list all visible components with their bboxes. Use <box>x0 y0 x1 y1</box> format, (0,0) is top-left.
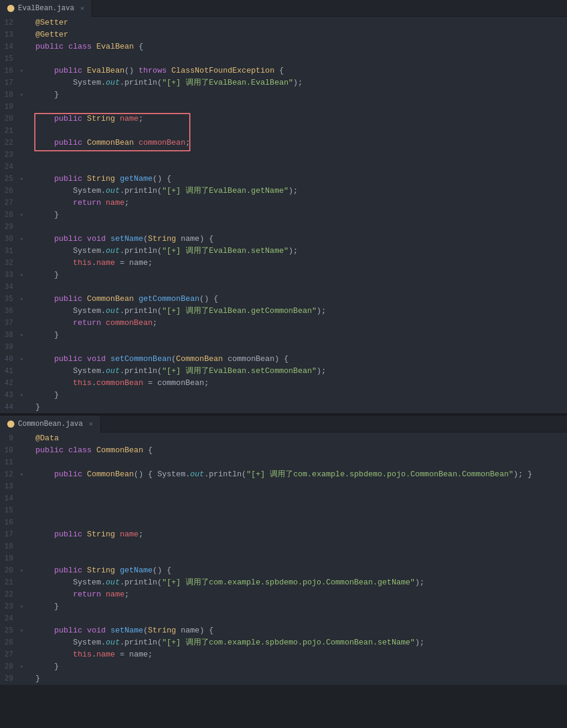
code-line: System.out.println("[+] 调用了EvalBean.setN… <box>33 245 567 257</box>
tab-label-commonbean: CommonBean.java <box>18 420 83 428</box>
fold-icon[interactable]: ▾ <box>17 392 26 399</box>
line-number: 39 <box>0 343 17 351</box>
fold-icon[interactable]: ▾ <box>17 663 26 670</box>
fold-icon[interactable]: ▾ <box>17 271 26 279</box>
tab-evalbean[interactable]: EvalBean.java ✕ <box>0 0 92 17</box>
line-number: 15 <box>0 55 17 63</box>
code-line <box>33 341 567 353</box>
gutter-row: 21 <box>0 577 33 589</box>
gutter-row: 27 <box>0 649 33 661</box>
gutter-row: 20 <box>0 113 33 125</box>
line-number: 17 <box>0 79 17 87</box>
line-number: 42 <box>0 379 17 387</box>
line-number: 41 <box>0 367 17 375</box>
code-line <box>33 481 567 493</box>
code-line: public CommonBean getCommonBean() { <box>33 293 567 305</box>
fold-icon[interactable]: ▾ <box>17 332 26 339</box>
tab-commonbean[interactable]: CommonBean.java ✕ <box>0 416 101 432</box>
line-number: 22 <box>0 139 17 147</box>
code-line: public String getName() { <box>33 565 567 577</box>
line-number: 16 <box>0 518 17 527</box>
gutter-row: 14 <box>0 493 33 505</box>
code-line: } <box>33 329 567 341</box>
line-number: 24 <box>0 614 17 623</box>
code-line: @Getter <box>33 29 567 41</box>
gutter-row: 32 <box>0 257 33 269</box>
code-line: public EvalBean() throws ClassNotFoundEx… <box>33 65 567 77</box>
tab-bar-commonbean: CommonBean.java ✕ <box>0 416 567 432</box>
line-number: 14 <box>0 43 17 51</box>
gutter-row: 19 <box>0 101 33 113</box>
line-number: 28 <box>0 663 17 671</box>
gutter-row: 39 <box>0 341 33 353</box>
line-number: 31 <box>0 247 17 255</box>
commonbean-line-numbers: 9101112▾1314151617181920▾212223▾2425▾262… <box>0 432 33 685</box>
evalbean-line-numbers: 1213141516▾1718▾19202122232425▾262728▾29… <box>0 17 33 413</box>
tab-close-commonbean[interactable]: ✕ <box>89 420 93 428</box>
code-line <box>33 125 567 137</box>
line-number: 19 <box>0 554 17 563</box>
line-number: 24 <box>0 163 17 171</box>
gutter-row: 14 <box>0 41 33 53</box>
line-number: 27 <box>0 651 17 659</box>
code-line: return name; <box>33 589 567 601</box>
line-number: 28 <box>0 211 17 219</box>
code-line: return commonBean; <box>33 317 567 329</box>
gutter-row: 28▾ <box>0 209 33 221</box>
gutter-row: 19 <box>0 553 33 565</box>
fold-icon[interactable]: ▾ <box>17 91 26 99</box>
line-number: 13 <box>0 482 17 491</box>
gutter-row: 23 <box>0 149 33 161</box>
gutter-row: 43▾ <box>0 389 33 401</box>
line-number: 35 <box>0 295 17 303</box>
line-number: 38 <box>0 331 17 339</box>
gutter-row: 29 <box>0 673 33 685</box>
fold-icon[interactable]: ▾ <box>17 175 26 183</box>
gutter-row: 25▾ <box>0 625 33 637</box>
gutter-row: 16▾ <box>0 65 33 77</box>
code-line <box>33 541 567 553</box>
fold-icon[interactable]: ▾ <box>17 603 26 610</box>
line-number: 13 <box>0 31 17 39</box>
gutter-row: 35▾ <box>0 293 33 305</box>
gutter-row: 17 <box>0 529 33 541</box>
gutter-row: 12▾ <box>0 469 33 481</box>
gutter-row: 28▾ <box>0 661 33 673</box>
fold-icon[interactable]: ▾ <box>17 235 26 243</box>
line-number: 40 <box>0 355 17 363</box>
gutter-row: 17 <box>0 77 33 89</box>
fold-icon[interactable]: ▾ <box>17 211 26 219</box>
gutter-row: 40▾ <box>0 353 33 365</box>
tab-close-evalbean[interactable]: ✕ <box>80 4 85 12</box>
fold-icon[interactable]: ▾ <box>17 356 26 363</box>
gutter-row: 25▾ <box>0 173 33 185</box>
gutter-row: 41 <box>0 365 33 377</box>
fold-icon[interactable]: ▾ <box>17 471 26 478</box>
line-number: 25 <box>0 175 17 183</box>
fold-icon[interactable]: ▾ <box>17 296 26 303</box>
fold-icon[interactable]: ▾ <box>17 67 26 74</box>
code-line: @Data <box>33 432 567 444</box>
code-line <box>33 517 567 529</box>
code-line: System.out.println("[+] 调用了com.example.s… <box>33 637 567 649</box>
fold-icon[interactable]: ▾ <box>17 567 26 574</box>
evalbean-code-content: @Setter@Getterpublic class EvalBean { pu… <box>33 17 567 413</box>
gutter-row: 16 <box>0 517 33 529</box>
gutter-row: 10 <box>0 444 33 457</box>
fold-icon[interactable]: ▾ <box>17 627 26 634</box>
code-line <box>33 553 567 565</box>
code-line: } <box>33 601 567 613</box>
gutter-row: 34 <box>0 281 33 293</box>
gutter-row: 42 <box>0 377 33 389</box>
line-number: 29 <box>0 223 17 231</box>
line-number: 12 <box>0 19 17 27</box>
line-number: 25 <box>0 626 17 635</box>
gutter-row: 27 <box>0 197 33 209</box>
code-line: public void setName(String name) { <box>33 233 567 245</box>
gutter-row: 44 <box>0 401 33 413</box>
gutter-row: 13 <box>0 29 33 41</box>
gutter-row: 26 <box>0 185 33 197</box>
code-line: } <box>33 89 567 101</box>
code-line <box>33 281 567 293</box>
code-line: this.name = name; <box>33 257 567 269</box>
